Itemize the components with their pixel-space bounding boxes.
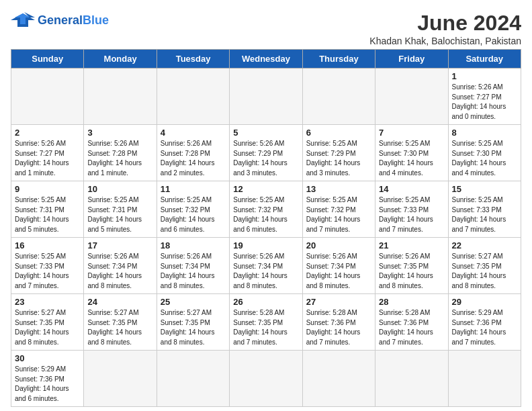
calendar-cell: 3Sunrise: 5:26 AM Sunset: 7:28 PM Daylig… [84,125,157,181]
day-info: Sunrise: 5:28 AM Sunset: 7:35 PM Dayligh… [233,308,298,347]
weekday-header-tuesday: Tuesday [157,50,229,68]
day-number: 18 [161,240,226,250]
calendar-cell: 5Sunrise: 5:26 AM Sunset: 7:29 PM Daylig… [230,125,302,181]
calendar-cell: 20Sunrise: 5:26 AM Sunset: 7:34 PM Dayli… [302,238,375,294]
day-number: 20 [306,240,371,250]
day-info: Sunrise: 5:28 AM Sunset: 7:36 PM Dayligh… [379,308,444,347]
calendar-week-6: 30Sunrise: 5:29 AM Sunset: 7:36 PM Dayli… [11,351,521,407]
weekday-header-sunday: Sunday [11,50,84,68]
weekday-header-monday: Monday [84,50,157,68]
calendar-cell: 22Sunrise: 5:27 AM Sunset: 7:35 PM Dayli… [448,238,521,294]
calendar-cell: 21Sunrise: 5:26 AM Sunset: 7:35 PM Dayli… [375,238,448,294]
calendar-cell: 16Sunrise: 5:25 AM Sunset: 7:33 PM Dayli… [11,238,84,294]
calendar-table: SundayMondayTuesdayWednesdayThursdayFrid… [11,49,521,407]
weekday-header-row: SundayMondayTuesdayWednesdayThursdayFrid… [11,50,521,68]
day-info: Sunrise: 5:26 AM Sunset: 7:34 PM Dayligh… [161,252,226,291]
day-number: 4 [161,128,226,138]
day-info: Sunrise: 5:26 AM Sunset: 7:29 PM Dayligh… [233,139,298,178]
weekday-header-wednesday: Wednesday [230,50,302,68]
day-info: Sunrise: 5:25 AM Sunset: 7:30 PM Dayligh… [452,139,517,178]
day-info: Sunrise: 5:29 AM Sunset: 7:36 PM Dayligh… [15,365,80,404]
calendar-cell: 13Sunrise: 5:25 AM Sunset: 7:32 PM Dayli… [302,181,375,238]
calendar-cell: 6Sunrise: 5:25 AM Sunset: 7:29 PM Daylig… [302,125,375,181]
day-number: 28 [379,297,444,307]
calendar-cell [11,68,84,125]
day-info: Sunrise: 5:27 AM Sunset: 7:35 PM Dayligh… [15,308,80,347]
calendar-cell [448,351,521,407]
day-info: Sunrise: 5:26 AM Sunset: 7:35 PM Dayligh… [379,252,444,291]
calendar-cell [230,68,302,125]
calendar-cell: 29Sunrise: 5:29 AM Sunset: 7:36 PM Dayli… [448,294,521,351]
day-info: Sunrise: 5:25 AM Sunset: 7:32 PM Dayligh… [233,195,298,234]
month-title: June 2024 [369,11,521,36]
day-number: 10 [87,184,152,194]
day-info: Sunrise: 5:26 AM Sunset: 7:28 PM Dayligh… [161,139,226,178]
day-info: Sunrise: 5:27 AM Sunset: 7:35 PM Dayligh… [452,252,517,291]
day-number: 7 [379,128,444,138]
day-number: 15 [452,184,517,194]
day-number: 13 [306,184,371,194]
day-number: 30 [15,353,80,363]
calendar-week-3: 9Sunrise: 5:25 AM Sunset: 7:31 PM Daylig… [11,181,521,238]
day-info: Sunrise: 5:25 AM Sunset: 7:32 PM Dayligh… [161,195,226,234]
day-info: Sunrise: 5:26 AM Sunset: 7:27 PM Dayligh… [452,83,517,122]
day-info: Sunrise: 5:25 AM Sunset: 7:29 PM Dayligh… [306,139,371,178]
day-number: 24 [87,297,152,307]
calendar-cell: 23Sunrise: 5:27 AM Sunset: 7:35 PM Dayli… [11,294,84,351]
day-info: Sunrise: 5:26 AM Sunset: 7:34 PM Dayligh… [306,252,371,291]
calendar-cell [84,351,157,407]
day-info: Sunrise: 5:25 AM Sunset: 7:33 PM Dayligh… [379,195,444,234]
day-number: 12 [233,184,298,194]
day-number: 19 [233,240,298,250]
day-number: 21 [379,240,444,250]
day-info: Sunrise: 5:25 AM Sunset: 7:31 PM Dayligh… [87,195,152,234]
calendar-week-2: 2Sunrise: 5:26 AM Sunset: 7:27 PM Daylig… [11,125,521,181]
calendar-cell: 30Sunrise: 5:29 AM Sunset: 7:36 PM Dayli… [11,351,84,407]
calendar-cell: 4Sunrise: 5:26 AM Sunset: 7:28 PM Daylig… [157,125,229,181]
day-number: 5 [233,128,298,138]
calendar-cell: 12Sunrise: 5:25 AM Sunset: 7:32 PM Dayli… [230,181,302,238]
calendar-cell: 24Sunrise: 5:27 AM Sunset: 7:35 PM Dayli… [84,294,157,351]
day-number: 26 [233,297,298,307]
calendar-cell: 28Sunrise: 5:28 AM Sunset: 7:36 PM Dayli… [375,294,448,351]
logo-text: GeneralBlue [38,13,109,27]
logo: GeneralBlue [11,11,109,30]
day-number: 25 [161,297,226,307]
calendar-cell: 19Sunrise: 5:26 AM Sunset: 7:34 PM Dayli… [230,238,302,294]
calendar-cell: 17Sunrise: 5:26 AM Sunset: 7:34 PM Dayli… [84,238,157,294]
logo-icon [11,11,35,30]
calendar-cell [157,68,229,125]
day-info: Sunrise: 5:25 AM Sunset: 7:33 PM Dayligh… [452,195,517,234]
day-info: Sunrise: 5:26 AM Sunset: 7:34 PM Dayligh… [233,252,298,291]
calendar-cell: 10Sunrise: 5:25 AM Sunset: 7:31 PM Dayli… [84,181,157,238]
calendar-week-1: 1Sunrise: 5:26 AM Sunset: 7:27 PM Daylig… [11,68,521,125]
day-number: 11 [161,184,226,194]
day-number: 2 [15,128,80,138]
calendar-cell [302,351,375,407]
day-info: Sunrise: 5:25 AM Sunset: 7:32 PM Dayligh… [306,195,371,234]
weekday-header-friday: Friday [375,50,448,68]
day-number: 27 [306,297,371,307]
weekday-header-saturday: Saturday [448,50,521,68]
day-number: 23 [15,297,80,307]
calendar-cell: 26Sunrise: 5:28 AM Sunset: 7:35 PM Dayli… [230,294,302,351]
day-info: Sunrise: 5:26 AM Sunset: 7:34 PM Dayligh… [87,252,152,291]
calendar-cell [84,68,157,125]
day-number: 16 [15,240,80,250]
day-info: Sunrise: 5:27 AM Sunset: 7:35 PM Dayligh… [87,308,152,347]
day-number: 22 [452,240,517,250]
day-info: Sunrise: 5:29 AM Sunset: 7:36 PM Dayligh… [452,308,517,347]
calendar-week-5: 23Sunrise: 5:27 AM Sunset: 7:35 PM Dayli… [11,294,521,351]
page-header: GeneralBlue June 2024 Khadan Khak, Baloc… [11,11,521,46]
location-title: Khadan Khak, Balochistan, Pakistan [369,36,521,46]
calendar-cell [302,68,375,125]
day-number: 8 [452,128,517,138]
day-info: Sunrise: 5:27 AM Sunset: 7:35 PM Dayligh… [161,308,226,347]
day-number: 6 [306,128,371,138]
day-info: Sunrise: 5:26 AM Sunset: 7:27 PM Dayligh… [15,139,80,178]
day-info: Sunrise: 5:25 AM Sunset: 7:30 PM Dayligh… [379,139,444,178]
day-number: 17 [87,240,152,250]
day-number: 3 [87,128,152,138]
calendar-cell [230,351,302,407]
weekday-header-thursday: Thursday [302,50,375,68]
